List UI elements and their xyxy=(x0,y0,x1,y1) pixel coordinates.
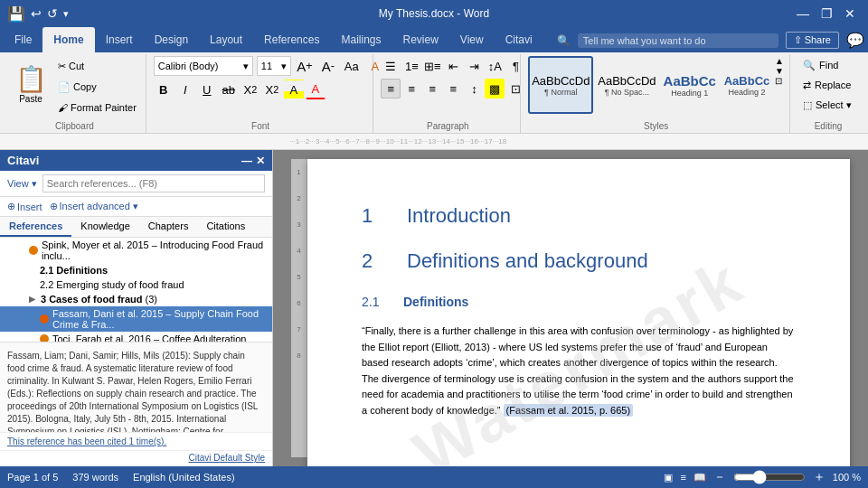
citavi-pin-btn[interactable]: — xyxy=(241,155,252,167)
underline-btn[interactable]: U xyxy=(197,80,217,99)
styles-down-arrow[interactable]: ▼ xyxy=(775,66,784,76)
citavi-close-btn[interactable]: ✕ xyxy=(256,155,265,167)
ribbon-search[interactable]: Tell me what you want to do xyxy=(578,33,778,48)
bullets-btn[interactable]: ☰ xyxy=(381,56,401,76)
layout-read-icon[interactable]: 📖 xyxy=(693,472,706,483)
font-color-btn[interactable]: A xyxy=(306,80,326,99)
find-btn[interactable]: 🔍 Find xyxy=(797,56,844,74)
tab-references[interactable]: References xyxy=(253,27,330,52)
bold-btn[interactable]: B xyxy=(154,80,174,99)
line-spacing-btn[interactable]: ↕ xyxy=(464,79,484,99)
tab-home[interactable]: Home xyxy=(42,27,94,52)
style-normal[interactable]: AaBbCcDd ¶ Normal xyxy=(528,56,593,114)
style-heading1-label: Heading 1 xyxy=(671,89,708,98)
cut-btn[interactable]: ✂ Cut xyxy=(54,56,140,76)
shrink-font-btn[interactable]: A- xyxy=(318,56,338,76)
font-format-row: B I U ab X2 X2 A A xyxy=(154,80,326,99)
multilevel-btn[interactable]: ⊞≡ xyxy=(422,56,442,76)
layout-print-icon[interactable]: ▣ xyxy=(664,472,673,483)
citavi-search-input[interactable] xyxy=(42,174,265,192)
select-icon: ⬚ xyxy=(803,99,812,111)
align-left-btn[interactable]: ≡ xyxy=(381,79,401,99)
doc-page[interactable]: Watermark 1 Introduction 2 Definitions a… xyxy=(307,159,850,466)
tab-citavi[interactable]: Citavi xyxy=(495,27,543,52)
sort-btn[interactable]: ↕A xyxy=(485,56,505,76)
list-item[interactable]: 2.2 Emerging study of food fraud xyxy=(0,277,272,292)
style-heading2[interactable]: AaBbCc Heading 2 xyxy=(721,56,773,114)
font-group: Calibri (Body) ▾ 11 ▾ A+ A- Aa A B I U a… xyxy=(148,54,374,133)
italic-btn[interactable]: I xyxy=(175,80,195,99)
styles-scroll[interactable]: ▲ ▼ ⊡ xyxy=(775,56,784,86)
tab-insert[interactable]: Insert xyxy=(95,27,144,52)
font-label: Font xyxy=(154,119,368,131)
citavi-insert-advanced-btn[interactable]: ⊕ Insert advanced ▾ xyxy=(50,201,138,212)
style-heading1[interactable]: AaBbCc Heading 1 xyxy=(661,56,719,114)
style-nospace[interactable]: AaBbCcDd ¶ No Spac... xyxy=(595,56,658,114)
justify-btn[interactable]: ≡ xyxy=(443,79,463,99)
grow-font-btn[interactable]: A+ xyxy=(295,56,315,76)
restore-btn[interactable]: ❐ xyxy=(816,3,837,24)
zoom-slider[interactable] xyxy=(733,470,806,484)
list-item[interactable]: Spink, Moyer et al. 2015 – Introducing F… xyxy=(0,238,272,263)
style-heading1-preview: AaBbCc xyxy=(664,73,716,89)
strikethrough-btn[interactable]: ab xyxy=(219,80,239,99)
text-highlight-btn[interactable]: A xyxy=(284,80,304,99)
styles-expand-arrow[interactable]: ⊡ xyxy=(775,76,784,86)
chapter-1-num: 1 xyxy=(362,204,389,228)
font-name-value: Calibri (Body) xyxy=(158,61,219,71)
tab-review[interactable]: Review xyxy=(392,27,448,52)
tab-file[interactable]: File xyxy=(4,27,42,52)
close-btn[interactable]: ✕ xyxy=(839,3,861,24)
citavi-tab-knowledge[interactable]: Knowledge xyxy=(71,217,138,237)
ribbon-tabs: File Home Insert Design Layout Reference… xyxy=(0,27,868,52)
citavi-insert-btn[interactable]: ⊕ Insert xyxy=(7,201,42,212)
format-painter-btn[interactable]: 🖌 Format Painter xyxy=(54,98,140,117)
zoom-in-btn[interactable]: ＋ xyxy=(813,469,826,485)
minimize-btn[interactable]: — xyxy=(792,3,814,24)
doc-citation[interactable]: (Fassam et al. 2015, p. 665) xyxy=(504,404,634,417)
replace-btn[interactable]: ⇄ Replace xyxy=(797,76,856,94)
numbering-btn[interactable]: 1≡ xyxy=(401,56,421,76)
style-normal-preview: AaBbCcDd xyxy=(532,74,590,88)
clipboard-content: 📋 Paste ✂ Cut 📄 Copy 🖌 Format Painter xyxy=(9,56,140,119)
doc-body-text[interactable]: “Finally, there is a further challenge i… xyxy=(362,324,796,419)
change-case-btn[interactable]: Aa xyxy=(342,56,362,76)
superscript-btn[interactable]: X2 xyxy=(262,80,282,99)
doc-area: 12345678 Watermark 1 Introduction 2 Defi… xyxy=(273,150,868,466)
shading-btn[interactable]: ▩ xyxy=(485,79,505,99)
select-btn[interactable]: ⬚ Select ▾ xyxy=(797,96,857,114)
tab-layout[interactable]: Layout xyxy=(199,27,253,52)
customize-btn[interactable]: ▾ xyxy=(63,8,69,20)
title-bar-left: 💾 ↩ ↺ ▾ xyxy=(7,5,69,23)
font-name-selector[interactable]: Calibri (Body) ▾ xyxy=(154,56,253,76)
subscript-btn[interactable]: X2 xyxy=(241,80,260,99)
copy-btn[interactable]: 📄 Copy xyxy=(54,77,140,97)
undo-btn[interactable]: ↩ xyxy=(31,6,42,21)
tab-view[interactable]: View xyxy=(449,27,495,52)
expand-arrow[interactable]: ▶ xyxy=(29,295,35,304)
list-item[interactable]: Toci, Farah et al. 2016 – Coffee Adulter… xyxy=(0,332,272,342)
tab-mailings[interactable]: Mailings xyxy=(330,27,392,52)
citavi-tab-references[interactable]: References xyxy=(0,217,71,237)
zoom-out-btn[interactable]: － xyxy=(713,469,726,485)
list-item[interactable]: Fassam, Dani et al. 2015 – Supply Chain … xyxy=(0,306,272,332)
redo-btn[interactable]: ↺ xyxy=(47,6,58,21)
increase-indent-btn[interactable]: ⇥ xyxy=(464,56,484,76)
align-right-btn[interactable]: ≡ xyxy=(422,79,442,99)
comments-icon[interactable]: 💬 xyxy=(846,32,864,49)
citavi-tab-citations[interactable]: Citations xyxy=(197,217,254,237)
tab-design[interactable]: Design xyxy=(144,27,199,52)
styles-up-arrow[interactable]: ▲ xyxy=(775,56,784,66)
window-title: My Thesis.docx - Word xyxy=(379,7,489,20)
share-btn[interactable]: ⇧ Share xyxy=(786,32,839,49)
layout-web-icon[interactable]: ≡ xyxy=(680,472,685,483)
citavi-view-btn[interactable]: View ▾ xyxy=(7,178,37,190)
align-center-btn[interactable]: ≡ xyxy=(401,79,421,99)
citavi-tab-chapters[interactable]: Chapters xyxy=(139,217,198,237)
list-item[interactable]: ▶ 3 Cases of food fraud (3) xyxy=(0,292,272,306)
decrease-indent-btn[interactable]: ⇤ xyxy=(443,56,463,76)
style-nospace-preview: AaBbCcDd xyxy=(598,74,656,88)
list-item[interactable]: 2.1 Definitions xyxy=(0,263,272,277)
paste-btn[interactable]: 📋 Paste xyxy=(9,56,52,114)
font-size-selector[interactable]: 11 ▾ xyxy=(257,56,291,76)
